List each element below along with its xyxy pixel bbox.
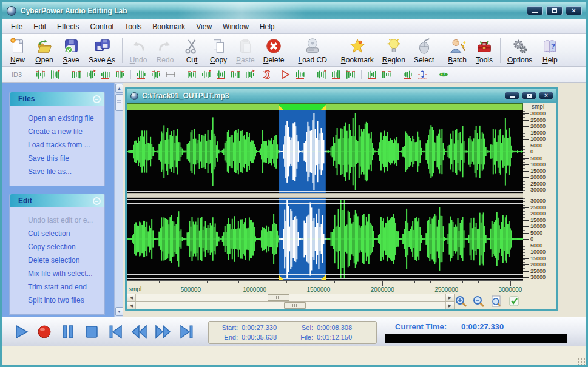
- go-to-end-button[interactable]: [177, 323, 195, 341]
- right-channel-scrollbar[interactable]: ◀ ▶: [127, 301, 455, 309]
- selection-end-marker[interactable]: [320, 275, 326, 280]
- task-link-cut-selection[interactable]: Cut selection: [10, 227, 104, 240]
- load-cd-button[interactable]: Load CD: [294, 35, 331, 66]
- wave-mix-icon[interactable]: [135, 69, 148, 81]
- wave-flag-icon[interactable]: [294, 69, 307, 81]
- eq-bars-icon[interactable]: [243, 69, 257, 81]
- batch-button[interactable]: Batch: [444, 35, 471, 66]
- menu-window[interactable]: Window: [217, 21, 254, 33]
- scroll-left-icon[interactable]: ◀: [127, 294, 136, 301]
- editor-minimize-button[interactable]: [505, 92, 519, 99]
- menu-control[interactable]: Control: [85, 21, 120, 33]
- wave-shrink-icon[interactable]: [315, 69, 328, 81]
- rewind-button[interactable]: [130, 323, 148, 341]
- note-span-icon[interactable]: [416, 69, 429, 81]
- menu-file[interactable]: File: [5, 21, 28, 33]
- save-button[interactable]: Save: [58, 35, 84, 66]
- task-link-load-tracks-from[interactable]: Load tracks from ...: [10, 138, 104, 152]
- id3-tool-button[interactable]: ID3: [7, 71, 27, 78]
- apply-check-icon[interactable]: [507, 295, 521, 308]
- wave-trim-icon[interactable]: [344, 69, 357, 81]
- menu-edit[interactable]: Edit: [28, 21, 52, 33]
- scrollbar-thumb[interactable]: [268, 294, 289, 301]
- freq-bars-icon[interactable]: [185, 69, 198, 81]
- region-marker-icon[interactable]: [437, 69, 450, 81]
- go-to-start-button[interactable]: [106, 323, 124, 341]
- wave-center-icon[interactable]: [113, 69, 127, 81]
- close-button[interactable]: ×: [566, 6, 582, 15]
- play-marker-icon[interactable]: [279, 69, 292, 81]
- scrollbar-thumb[interactable]: [284, 302, 306, 309]
- copy-button[interactable]: Copy: [205, 35, 232, 66]
- zoom-out-icon[interactable]: [472, 295, 485, 308]
- redo-button[interactable]: Redo: [152, 35, 178, 66]
- menu-help[interactable]: Help: [254, 21, 280, 33]
- sidebar-scrollbar[interactable]: ▲ ▼: [114, 83, 123, 317]
- paste-button[interactable]: Paste: [232, 35, 259, 66]
- selection-start-marker[interactable]: [279, 275, 284, 280]
- undo-button[interactable]: Undo: [125, 35, 152, 66]
- menu-tools[interactable]: Tools: [119, 21, 147, 33]
- delete-button[interactable]: Delete: [259, 35, 289, 66]
- task-link-open-an-existing-file[interactable]: Open an existing file: [10, 112, 104, 125]
- help-button[interactable]: ?Help: [536, 35, 563, 66]
- bookmark-button[interactable]: Bookmark: [337, 35, 378, 66]
- menu-bookmark[interactable]: Bookmark: [147, 21, 191, 33]
- tools-button[interactable]: Tools: [471, 35, 498, 66]
- fast-forward-button[interactable]: [154, 323, 172, 341]
- overview-selection[interactable]: [279, 104, 325, 110]
- play-button[interactable]: [12, 323, 30, 341]
- left-channel-scrollbar[interactable]: ◀ ▶: [127, 294, 455, 301]
- save-as-button[interactable]: Save As: [84, 35, 120, 66]
- collapse-icon[interactable]: [93, 197, 101, 205]
- menu-effects[interactable]: Effects: [52, 21, 84, 33]
- scroll-right-icon[interactable]: ▶: [445, 302, 454, 309]
- wave-stretch-icon[interactable]: [99, 69, 112, 81]
- editor-close-button[interactable]: ×: [539, 92, 553, 99]
- task-link-mix-file-with-select[interactable]: Mix file with select...: [10, 267, 104, 280]
- scroll-down-icon[interactable]: ▼: [115, 307, 123, 316]
- cut-button[interactable]: Cut: [178, 35, 205, 66]
- range-icon[interactable]: [164, 69, 177, 81]
- doc-wave-icon[interactable]: [34, 69, 47, 81]
- wave-boost-icon[interactable]: [70, 69, 83, 81]
- task-link-create-a-new-file[interactable]: Create a new file: [10, 125, 104, 138]
- select-button[interactable]: Select: [410, 35, 438, 66]
- scroll-up-icon[interactable]: ▲: [115, 84, 123, 93]
- wave-span-icon[interactable]: [401, 69, 414, 81]
- waveform-channels[interactable]: [127, 110, 523, 280]
- record-button[interactable]: [35, 323, 53, 341]
- selection-end-marker[interactable]: [320, 105, 326, 110]
- new-button[interactable]: New: [4, 35, 31, 66]
- region-button[interactable]: Region: [378, 35, 410, 66]
- wave-restore-icon[interactable]: [49, 69, 62, 81]
- open-button[interactable]: Open: [31, 35, 58, 66]
- zoom-fit-icon[interactable]: [490, 295, 503, 308]
- task-link-trim-start-and-end[interactable]: Trim start and end: [10, 280, 104, 294]
- collapse-icon[interactable]: [93, 95, 101, 103]
- wave-fade-icon[interactable]: [84, 69, 98, 81]
- zoom-in-icon[interactable]: [455, 295, 468, 308]
- task-link-save-this-file[interactable]: Save this file: [10, 152, 104, 165]
- task-link-save-file-as[interactable]: Save file as...: [10, 165, 104, 178]
- menu-view[interactable]: View: [191, 21, 217, 33]
- scrollbar-thumb[interactable]: [115, 94, 123, 111]
- wave-drop-icon[interactable]: [214, 69, 228, 81]
- task-link-split-into-two-files[interactable]: Split into two files: [10, 294, 104, 307]
- waveform-right-channel[interactable]: [127, 198, 523, 280]
- task-link-copy-selection[interactable]: Copy selection: [10, 240, 104, 254]
- selection-start-marker[interactable]: [279, 105, 284, 110]
- options-button[interactable]: Options: [503, 35, 536, 66]
- rings-icon[interactable]: [258, 69, 271, 81]
- waveform-left-channel[interactable]: [127, 110, 523, 193]
- scroll-right-icon[interactable]: ▶: [445, 294, 454, 301]
- export-wave-icon[interactable]: [149, 69, 163, 81]
- baseline-icon[interactable]: [229, 69, 242, 81]
- pause-button[interactable]: [59, 323, 77, 341]
- task-link-delete-selection[interactable]: Delete selection: [10, 254, 104, 267]
- wave-select-icon[interactable]: [200, 69, 213, 81]
- stereo-bars-icon[interactable]: [380, 69, 393, 81]
- wave-expand-icon[interactable]: [329, 69, 343, 81]
- stop-button[interactable]: [83, 323, 101, 341]
- editor-maximize-button[interactable]: [522, 92, 536, 99]
